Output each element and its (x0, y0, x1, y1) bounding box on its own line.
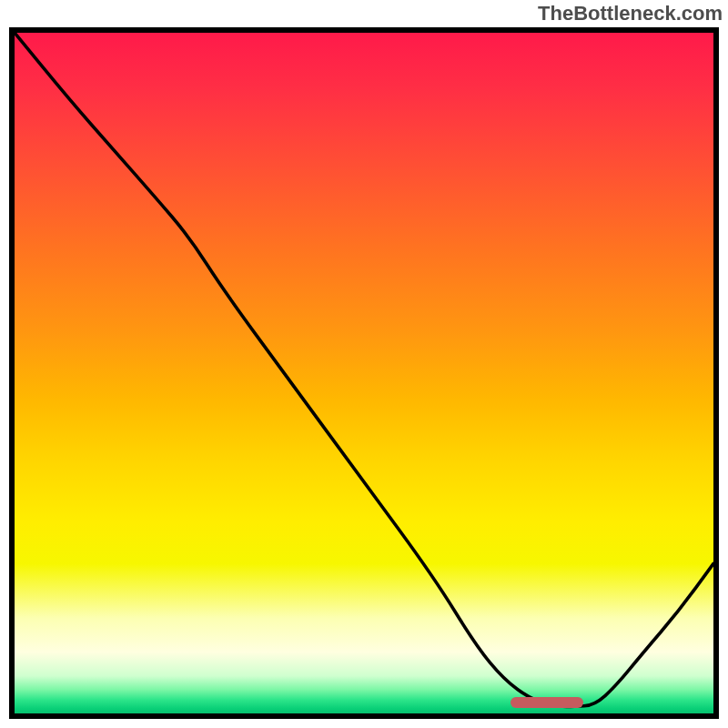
plot-area (9, 27, 719, 719)
target-range-marker (511, 697, 583, 708)
curve-path (15, 33, 713, 707)
watermark-text: TheBottleneck.com (538, 2, 723, 25)
chart-container: TheBottleneck.com (0, 0, 728, 728)
bottleneck-curve (15, 33, 713, 713)
